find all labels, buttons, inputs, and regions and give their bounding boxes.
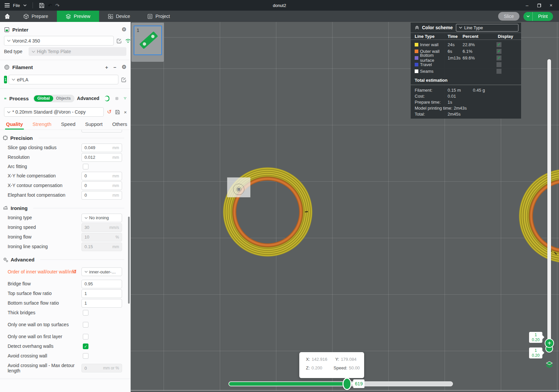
- compare-presets-icon[interactable]: [124, 95, 126, 101]
- delete-preset-icon[interactable]: ×: [124, 110, 127, 115]
- elephant-foot-compensation-input[interactable]: 0mm: [81, 191, 122, 200]
- project-icon: [147, 14, 153, 19]
- display-checkbox[interactable]: ✓: [496, 49, 501, 54]
- bridge-flow-input[interactable]: 0.95: [81, 280, 122, 288]
- title-bar: File ↶ ↷ donut2 – ×: [0, 0, 559, 11]
- resolution-input[interactable]: 0.012mm: [81, 153, 122, 162]
- parameter-list-icon[interactable]: [115, 95, 118, 102]
- ironing-section-header: Ironing: [0, 203, 130, 213]
- plate-thumbnail-card[interactable]: 1: [131, 23, 164, 62]
- tab-speed[interactable]: Speed: [61, 121, 75, 130]
- display-checkbox[interactable]: ✓: [496, 55, 501, 60]
- area-below-plate: [131, 391, 559, 392]
- restore-icon: [537, 4, 541, 7]
- remove-filament-button[interactable]: −: [113, 65, 116, 70]
- panel-scrollbar[interactable]: [128, 217, 130, 304]
- wall-order-select[interactable]: inner-outer-…: [81, 267, 122, 276]
- ironing-line-spacing-input[interactable]: 0.15mm: [81, 243, 122, 251]
- total-row: Model printing time: 2m43s: [411, 105, 521, 111]
- printer-settings-gear-icon[interactable]: ⚙: [122, 27, 126, 32]
- display-checkbox[interactable]: [496, 69, 501, 74]
- reset-setting-icon[interactable]: ↺: [72, 269, 77, 275]
- bed-type-select[interactable]: High Temp Plate: [29, 47, 126, 56]
- travel-swatch: [415, 63, 418, 66]
- process-preset-select[interactable]: * 0.20mm Standard @Voron - Copy: [4, 107, 104, 117]
- scope-objects-button[interactable]: Objects: [53, 96, 74, 101]
- add-filament-button[interactable]: +: [105, 65, 108, 70]
- arc-fitting-checkbox[interactable]: [83, 164, 88, 169]
- tab-prepare[interactable]: Prepare: [15, 11, 57, 22]
- max-detour-length-input[interactable]: 0mm or %: [81, 364, 122, 372]
- preview-3d-viewport[interactable]: 1 Color scheme Line Type Line Type Time …: [131, 22, 559, 392]
- tab-device[interactable]: Device: [99, 11, 139, 22]
- filament-select[interactable]: ePLA: [9, 75, 118, 84]
- tab-preview[interactable]: Preview: [57, 11, 99, 22]
- setting-row: Ironing type No ironing: [0, 213, 130, 223]
- print-dropdown-chevron[interactable]: [523, 12, 533, 21]
- seams-swatch: [415, 69, 418, 73]
- collapse-panel-icon[interactable]: [415, 25, 419, 30]
- tab-quality[interactable]: Quality: [6, 121, 23, 130]
- avoid-crossing-wall-checkbox[interactable]: [83, 353, 88, 359]
- tab-project[interactable]: Project: [139, 11, 179, 22]
- outer-wall-swatch: [415, 49, 418, 53]
- filament-section-header: Filament + − ⚙: [0, 62, 130, 72]
- setting-row: Ironing flow 10%: [0, 232, 130, 242]
- save-preset-icon[interactable]: [115, 110, 120, 115]
- cube-icon: [23, 14, 29, 19]
- layers-view-icon[interactable]: [545, 360, 553, 368]
- scrolled-input-fragment: [81, 130, 122, 133]
- slice-gap-closing-radius-input[interactable]: 0.049mm: [81, 144, 122, 152]
- home-button[interactable]: [0, 11, 15, 22]
- ironing-flow-input[interactable]: 10%: [81, 233, 122, 242]
- close-button[interactable]: ×: [546, 1, 556, 9]
- printer-section-header: Printer ⚙: [0, 25, 130, 35]
- advanced-toggle[interactable]: [105, 96, 109, 101]
- hamburger-menu-icon[interactable]: [5, 3, 10, 7]
- total-row: Filament: 0.15 m 0.45 g: [411, 87, 521, 93]
- xy-hole-compensation-input[interactable]: 0mm: [81, 172, 122, 180]
- tab-others[interactable]: Others: [112, 121, 127, 130]
- ironing-speed-input[interactable]: 30mm/s: [81, 223, 122, 232]
- thick-bridges-checkbox[interactable]: [83, 310, 88, 316]
- chevron-down-icon: [12, 78, 15, 81]
- slice-button[interactable]: Slice: [498, 12, 519, 21]
- gcode-move-slider[interactable]: 619: [229, 382, 452, 386]
- only-one-wall-first-layer-checkbox[interactable]: [83, 334, 88, 340]
- chevron-down-icon[interactable]: [23, 4, 27, 7]
- wifi-icon[interactable]: [125, 38, 131, 43]
- display-checkbox[interactable]: ✓: [496, 42, 501, 47]
- undo-icon[interactable]: ↶: [48, 3, 52, 8]
- chevron-down-icon: [84, 216, 88, 220]
- save-icon[interactable]: [39, 3, 45, 8]
- edit-icon[interactable]: [116, 38, 122, 44]
- detect-overhang-walls-checkbox[interactable]: ✓: [83, 343, 88, 349]
- nozzle-dot: [237, 188, 240, 191]
- edit-icon[interactable]: [121, 77, 126, 82]
- maximize-button[interactable]: [534, 1, 544, 9]
- tab-strength[interactable]: Strength: [33, 121, 52, 130]
- settings-scroll-area[interactable]: Precision Slice gap closing radius 0.049…: [0, 130, 130, 392]
- tab-support[interactable]: Support: [85, 121, 103, 130]
- scope-global-button[interactable]: Global: [34, 95, 53, 102]
- plate-thumbnail-selected[interactable]: 1: [134, 26, 162, 55]
- display-checkbox[interactable]: [496, 62, 501, 67]
- filament-settings-gear-icon[interactable]: ⚙: [122, 64, 126, 70]
- redo-icon[interactable]: ↷: [56, 3, 60, 8]
- xy-contour-compensation-input[interactable]: 0mm: [81, 181, 122, 190]
- reset-preset-icon[interactable]: ↺: [107, 109, 111, 115]
- color-scheme-select[interactable]: Line Type: [456, 24, 518, 32]
- print-button[interactable]: Print: [533, 14, 553, 19]
- minimize-button[interactable]: –: [522, 1, 532, 9]
- bottom-surface-flow-ratio-input[interactable]: 1: [81, 299, 122, 308]
- printer-select[interactable]: Voron2.4 350: [4, 36, 114, 46]
- slider-thumb[interactable]: [343, 378, 351, 390]
- layer-slider-upper-handle[interactable]: +: [545, 339, 554, 348]
- chevron-down-icon: [32, 50, 35, 53]
- ironing-type-select[interactable]: No ironing: [81, 214, 122, 222]
- layer-slider-track[interactable]: [547, 59, 551, 348]
- filament-slot-badge[interactable]: 1: [4, 76, 7, 83]
- file-menu[interactable]: File: [13, 3, 20, 8]
- only-one-wall-top-checkbox[interactable]: [83, 322, 88, 328]
- top-surface-flow-ratio-input[interactable]: 1: [81, 289, 122, 298]
